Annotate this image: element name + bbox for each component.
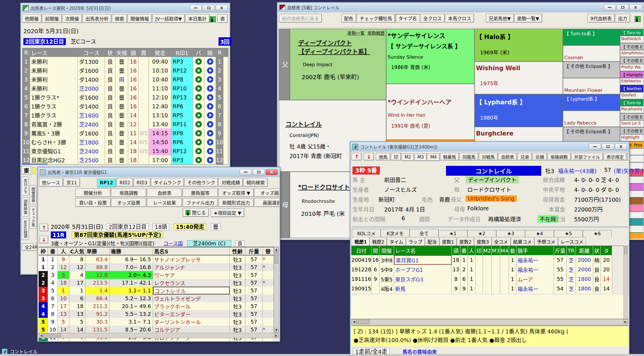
w2-toolbar-画面選択[interactable]: 画面選択 (254, 198, 279, 207)
race-row[interactable]: 4未勝利芝2000良曇1611:10RP104 (23, 84, 228, 93)
toolbar-button-7[interactable]: 本日集計 (185, 14, 210, 23)
race-video-icon[interactable] (207, 94, 213, 101)
w3-toolbar-タイプ名[interactable]: タイプ名 (395, 14, 420, 23)
tab-east[interactable]: 東 (22, 166, 31, 175)
w2-toolbar-RP12[interactable]: RP12 (97, 179, 116, 187)
w2-toolbar-レース結果[interactable]: レース結果 (147, 198, 182, 207)
w4-toolbar-M4[interactable]: M4 (427, 153, 440, 161)
w2-toolbar-坂路調教[interactable]: 坂路調教 (111, 188, 146, 197)
w4-toolbar-印[interactable]: 印 (391, 153, 401, 160)
tab-レースコメ[interactable]: レースコメ (558, 237, 586, 246)
item-settings-button[interactable]: ★項目設定 ▼ (211, 208, 244, 217)
tab-予想コメ[interactable]: 予想コメ (534, 237, 558, 246)
gggp-cell[interactable]: 【 Turn-to系 】 (563, 29, 620, 45)
race-video-icon[interactable] (207, 130, 213, 136)
toolbar-button-1[interactable]: 前開催 (42, 14, 62, 23)
history-vscrollbar[interactable] (624, 246, 628, 319)
w4-toolbar-他馬[interactable]: 他馬 (376, 153, 390, 160)
close-window-button[interactable]: 閉じる (183, 208, 209, 217)
minimize-button[interactable] (589, 144, 601, 150)
w4-toolbar-兄弟[interactable]: 兄弟 (518, 153, 532, 160)
race-row[interactable]: 8青嵐賞・2勝芝2400良曇1213:40RP118 (23, 120, 228, 129)
gen5-cell[interactable]: Highlight (620, 134, 643, 141)
w4-toolbar-チェック[interactable]: チェック (627, 153, 629, 160)
race-link[interactable]: 新馬 (394, 284, 452, 293)
gen5-cell[interactable]: 【 Norther (620, 85, 643, 92)
tab-★2[interactable]: ★2 (467, 230, 496, 237)
w4-toolbar-血統表[interactable]: 血統表 (498, 153, 517, 160)
gen5-cell[interactable]: 【 Turn-to (620, 99, 643, 106)
w3-toolbar-配色[interactable]: 配色 (341, 14, 356, 23)
trainer[interactable]: (栗)矢作芳人( (614, 167, 644, 175)
w2-toolbar-血統表[interactable]: 血統表 (147, 188, 182, 197)
gen5-cell[interactable]: Pretty Wa (620, 64, 643, 71)
history-row[interactable]: 19122865中9ホープフG113211福永祐一55芝2000良20 (351, 265, 629, 274)
w4-toolbar-表示限定[interactable]: 表示限定 (604, 153, 627, 160)
race-video-icon[interactable] (207, 148, 213, 154)
pedigree-titlebar[interactable]: 血統表 [5番] コントレイル X (278, 3, 643, 12)
paddock-video-icon[interactable] (195, 58, 202, 65)
w2-toolbar-買い目・投票[interactable]: 買い目・投票 (75, 198, 111, 207)
horse-row[interactable]: 48131391.25.5~ 13.2ビターエンダー牡357 (39, 310, 274, 318)
w2-toolbar-京11[interactable]: 京11 (64, 178, 80, 187)
w4-toolbar-M3[interactable]: M3 (415, 153, 427, 161)
gen5-cell[interactable]: 【 その他 E (620, 113, 643, 120)
paddock-video-icon[interactable] (195, 112, 202, 118)
minimize-button[interactable] (604, 4, 616, 10)
grandsire-cell[interactable]: *サンデーサイレンス 【 サンデーサイレンス系 】 Sunday Silence… (386, 29, 475, 84)
tab-タイム[interactable]: タイム (387, 237, 406, 246)
race-video-icon[interactable] (207, 139, 213, 145)
ggp-cell[interactable]: Wishing Well1975年 (475, 62, 563, 94)
race-row[interactable]: 1未勝利ダ1300良曇1609:40RP31 (23, 57, 228, 66)
toolbar-button-4[interactable]: 検索 (112, 14, 127, 23)
close-icon[interactable]: X (630, 4, 642, 10)
paddock-video-icon[interactable] (195, 139, 202, 145)
father-line[interactable]: 【ディープインパクト系】 (298, 47, 385, 55)
maximize-button[interactable] (617, 4, 629, 10)
tab-KOLコメ[interactable]: KOLコメ (352, 229, 381, 237)
race-video-icon[interactable] (207, 67, 213, 74)
race-row[interactable]: 61勝クラスダ1400良曇1612:40RP66 (23, 102, 228, 111)
w4-toolbar-M2[interactable]: M2 (402, 153, 414, 161)
toolbar-button-overflow[interactable]: 表 (217, 14, 228, 23)
w3-button-9代血統表[interactable]: 9代血統表 (587, 14, 615, 23)
maximize-button[interactable] (253, 169, 265, 175)
entry-titlebar[interactable]: 出馬表・東京11R 東京優駿G1 X (38, 168, 279, 177)
race-row[interactable]: 71勝クラス芝1600良曇1413:10RP57 (23, 111, 228, 120)
next-meeting-badge[interactable]: 3回 (219, 37, 231, 46)
gggp-cell[interactable]: 【 その他 Eclipse系 】 (563, 62, 620, 78)
paddock-video-icon[interactable] (195, 103, 202, 110)
race-video-icon[interactable] (207, 121, 213, 127)
horizontal-scrollbar[interactable]: ◀ ▶ (39, 333, 279, 338)
w4-toolbar-対戦馬[interactable]: 対戦馬 (479, 153, 498, 160)
w4-toolbar-同厩馬[interactable]: 同厩馬 (460, 153, 478, 160)
gggp-cell[interactable]: 【 その他 Eclipse系 】 (563, 127, 620, 143)
w2-toolbar-その他ランク[interactable]: その他ランク (184, 178, 218, 187)
close-icon[interactable]: X (615, 144, 627, 150)
paddock-video-icon[interactable] (195, 94, 202, 101)
w3-dropdown-産駒一覧▼[interactable]: 産駒一覧▼ (514, 14, 542, 23)
horse-row[interactable]: 35111.41.1~ 1.1コントレイル牡357 (39, 287, 274, 294)
horse-row[interactable]: 241817213.517.1~ 42.1レクセランス牡357* (39, 279, 274, 287)
w2-toolbar-R印2[interactable]: R印2 (117, 178, 133, 187)
w4-toolbar-外部ファイル[interactable]: 外部ファイル (571, 153, 603, 160)
paddock-video-icon[interactable] (195, 85, 202, 92)
horse-row[interactable]: 119863.46.9~ 16.5サトノインプレッサ牡357* (39, 255, 274, 263)
exit-icon[interactable] (210, 16, 216, 22)
meeting-badge[interactable]: 2回東京12日目 (23, 38, 66, 45)
gen5-cell[interactable]: Edelweiss (620, 78, 643, 85)
race-video-icon[interactable] (207, 85, 213, 92)
w2-toolbar-タイムランク[interactable]: タイムランク (151, 178, 184, 187)
history-row[interactable]: 19111695東5東京スポG38611ムーア55芝1800良14 (351, 274, 629, 284)
race-video-icon[interactable] (207, 103, 213, 110)
close-icon[interactable]: X (216, 5, 228, 11)
w2-toolbar-オッズ投票[interactable]: オッズ投票 (111, 198, 146, 207)
gggp-cell[interactable]: 【 Lyphard系 】 (563, 94, 620, 111)
paddock-video-icon[interactable] (195, 76, 202, 83)
tab-戦歴2[interactable]: 戦歴2 (369, 237, 387, 246)
toolbar-button-0[interactable]: 他開催 (22, 14, 42, 23)
tab-度数1[interactable]: 度数1 (439, 237, 457, 246)
horse-row[interactable]: 595530.33.1~ 7.1ダーリントンホール牡357 (39, 318, 274, 326)
tab-★5[interactable]: ★5 (554, 230, 583, 237)
race-video-icon[interactable] (207, 76, 213, 83)
